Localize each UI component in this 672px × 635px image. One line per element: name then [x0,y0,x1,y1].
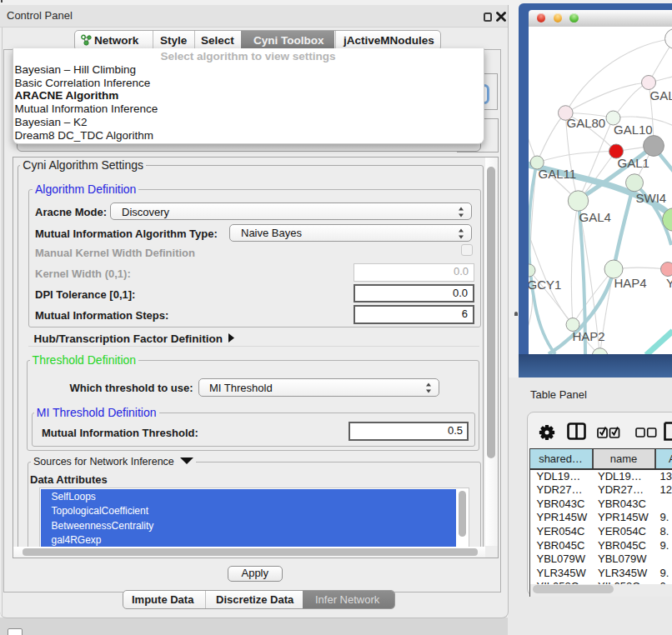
svg-text:GAL1: GAL1 [617,156,649,170]
svg-text:Y: Y [666,275,672,289]
svg-text:HAP4: HAP4 [614,275,646,289]
svg-text:GAL11: GAL11 [538,166,576,180]
svg-text:GAL10: GAL10 [614,122,653,136]
svg-text:GAL: GAL [649,88,672,102]
svg-text:GCY1: GCY1 [529,277,561,291]
svg-text:GAL4: GAL4 [579,210,610,224]
svg-text:SWI4: SWI4 [635,190,666,204]
svg-text:GAL80: GAL80 [566,116,605,130]
svg-text:HAP2: HAP2 [572,328,604,342]
